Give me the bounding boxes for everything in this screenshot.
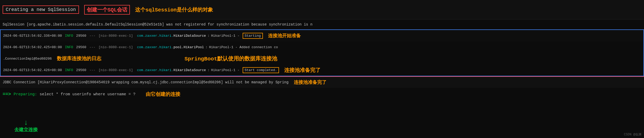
log1-colon: :	[208, 34, 210, 38]
annotation-session-object: 这个sqlSession是什么样的对象	[135, 6, 213, 13]
log1-logger2: hikari	[159, 34, 171, 38]
connection-annotation: 连接池准备完了	[294, 79, 327, 85]
log2b-text: .ConnectionImpl@5ed60206	[3, 57, 52, 61]
log1-pool: HikariPool-1	[211, 34, 235, 38]
log3-colon: :	[208, 68, 210, 72]
log2-logger3: pool.HikariPool	[174, 45, 204, 49]
log-section: 2024-06-02T13:54:02.336+08:00 INFO 29560…	[0, 29, 644, 76]
log-line-2b: .ConnectionImpl@5ed60206 数据库连接池的日志 Sprin…	[1, 53, 643, 64]
log1-starting-box: Starting	[243, 33, 263, 39]
log1-starting-text: Starting	[245, 34, 261, 38]
log1-pid: 29560	[76, 34, 86, 38]
log3-timestamp: 2024-06-02T13:54:02.426+08:00	[3, 68, 62, 72]
watermark: CSDN @临渊	[624, 132, 641, 137]
bottom-annotation-area: ↓ 去建立连接	[14, 119, 38, 133]
log2-pid: 29560	[76, 45, 86, 49]
log2-level: INFO	[65, 45, 73, 49]
log3-sep: ---	[89, 68, 95, 72]
log2-pool: HikariPool-1	[209, 45, 234, 49]
jdbc-text: JDBC Connection [HikariProxyConnection@1…	[3, 80, 289, 84]
log3-logger2: hikari	[159, 68, 171, 72]
log1-logger3: HikariDataSource	[174, 34, 206, 38]
log1-timestamp: 2024-06-02T13:54:02.336+08:00	[3, 34, 62, 38]
sql-line: ==> Preparing: select * from userinfo wh…	[0, 88, 644, 101]
creating-session-text: Creating a new SqlSession	[6, 7, 76, 12]
log3-level: INFO	[65, 68, 73, 72]
sql-query-text: select * from userinfo where username = …	[39, 92, 135, 97]
sync-warning-text: SqlSession [org.apache.ibatis.session.de…	[3, 22, 313, 27]
log2-logger2: hikari	[159, 45, 171, 49]
log1-sep: ---	[89, 34, 95, 38]
creating-session-box: Creating a new SqlSession	[3, 5, 79, 14]
terminal: Creating a new SqlSession 创建一个SQL会话 这个sq…	[0, 0, 644, 138]
log2-logger1: com.zaxxer	[137, 45, 157, 49]
log3-logger3: HikariDataSource	[174, 68, 206, 72]
log-line-3: 2024-06-02T13:54:02.426+08:00 INFO 29560…	[1, 64, 643, 76]
log3-pid: 29560	[76, 68, 86, 72]
log2-colon: :	[205, 45, 208, 49]
log1-annotation: 连接池开始准备	[268, 33, 301, 39]
sql-preparing-label: Preparing:	[14, 92, 37, 97]
sql-annotation: 由它创建的连接	[146, 91, 180, 98]
log3-pool: HikariPool-1	[211, 68, 235, 72]
log2-timestamp: 2024-06-02T13:54:02.425+08:00	[3, 45, 62, 49]
bottom-label: 去建立连接	[14, 127, 38, 133]
log2-thread: [nio-8080-exec-1]	[98, 45, 133, 49]
annotation-create-sql: 创建一个SQL会话	[84, 5, 130, 15]
log-line-1: 2024-06-02T13:54:02.336+08:00 INFO 29560…	[1, 30, 643, 41]
log3-logger1: com.zaxxer	[137, 68, 157, 72]
log3-annotation: 连接池准备完了	[284, 67, 321, 74]
sql-arrow: ==>	[3, 92, 11, 97]
main-container: Creating a new SqlSession 创建一个SQL会话 这个sq…	[0, 0, 644, 138]
log1-thread: [nio-8080-exec-1]	[98, 34, 133, 38]
down-arrow-icon: ↓	[24, 119, 28, 127]
start-completed-box: Start completed.	[243, 67, 279, 73]
db-pool-annotation: 数据库连接池的日志	[57, 55, 101, 62]
log2-sep: ---	[89, 45, 95, 49]
log3-thread: [nio-8080-exec-1]	[98, 68, 133, 72]
header-line: Creating a new SqlSession 创建一个SQL会话 这个sq…	[0, 0, 644, 20]
start-completed-text: Start completed.	[245, 68, 277, 72]
log1-level: INFO	[65, 34, 73, 38]
log1-logger1: com.zaxxer	[137, 34, 157, 38]
springboot-annotation: SpringBoot默认使用的数据库连接池	[184, 55, 277, 62]
sync-warning-line: SqlSession [org.apache.ibatis.session.de…	[0, 20, 644, 29]
log-line-2: 2024-06-02T13:54:02.425+08:00 INFO 29560…	[1, 41, 643, 53]
jdbc-line: JDBC Connection [HikariProxyConnection@1…	[0, 76, 644, 88]
